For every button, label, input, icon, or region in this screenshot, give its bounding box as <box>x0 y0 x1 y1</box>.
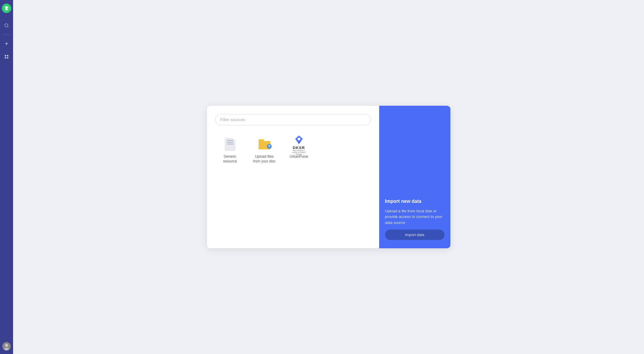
svg-rect-4 <box>5 55 6 56</box>
urbanpulse-label: UrbanPulse <box>289 154 308 159</box>
import-data-button[interactable]: import data <box>385 230 444 240</box>
svg-point-13 <box>298 138 300 140</box>
source-item-generic[interactable]: Generic resource <box>215 132 245 168</box>
filter-wrapper <box>215 114 371 125</box>
search-icon <box>4 23 9 28</box>
import-description: Upload a file from local disk or provide… <box>385 208 444 226</box>
sidebar-item-dashboard[interactable] <box>1 51 12 62</box>
source-item-upload[interactable]: Upload files from your disc <box>250 132 279 168</box>
import-title: Import new data <box>385 199 444 204</box>
import-modal: Generic resource <box>207 106 450 248</box>
upload-folder-icon <box>257 137 272 151</box>
svg-rect-6 <box>5 57 6 59</box>
dksr-logo-shape: DKSR Daten Kompetenz­zentrum für Städte … <box>292 134 306 155</box>
main-content: Generic resource <box>13 0 644 354</box>
grid-icon <box>4 54 9 59</box>
sidebar <box>0 0 13 354</box>
modal-right-panel: Import new data Upload a file from local… <box>379 106 450 248</box>
svg-point-9 <box>5 344 8 347</box>
urbanpulse-icon: DKSR Daten Kompetenz­zentrum für Städte … <box>292 137 306 151</box>
add-icon <box>4 41 9 46</box>
modal-left-panel: Generic resource <box>207 106 379 248</box>
source-item-urbanpulse[interactable]: DKSR Daten Kompetenz­zentrum für Städte … <box>284 132 314 168</box>
upload-label: Upload files from your disc <box>253 154 276 164</box>
sidebar-bottom <box>2 342 11 350</box>
svg-line-1 <box>7 26 8 27</box>
sidebar-item-search[interactable] <box>1 20 12 31</box>
logo-button[interactable] <box>2 4 11 13</box>
generic-resource-icon <box>223 137 237 151</box>
doc-icon-shape <box>225 138 235 151</box>
svg-point-0 <box>5 24 8 27</box>
sources-grid: Generic resource <box>215 132 371 168</box>
folder-icon-shape <box>259 139 270 149</box>
upload-arrow-icon <box>268 145 271 148</box>
logo-icon <box>4 6 9 11</box>
generic-resource-label: Generic resource <box>219 154 241 164</box>
svg-rect-7 <box>7 57 8 59</box>
dksr-svg-icon <box>294 135 304 145</box>
avatar-image <box>2 342 11 350</box>
sidebar-divider-1 <box>2 34 11 35</box>
filter-sources-input[interactable] <box>215 114 371 125</box>
svg-rect-5 <box>7 55 8 56</box>
user-avatar[interactable] <box>2 342 11 350</box>
sidebar-item-add[interactable] <box>1 38 12 49</box>
